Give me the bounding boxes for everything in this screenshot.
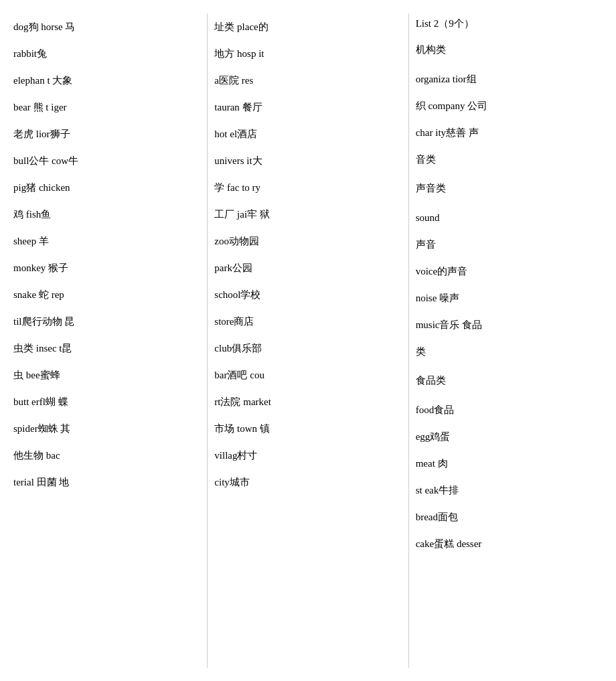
list-item: rt法院 market: [214, 388, 401, 415]
list-item: monkey 猴子: [13, 254, 200, 281]
column-1: dog狗 horse 马rabbit兔elephan t 大象bear 熊 t …: [7, 13, 208, 668]
list-item: voice的声音: [416, 258, 603, 285]
list-item: 他生物 bac: [13, 442, 200, 469]
section-header: List 2（9个）: [416, 13, 603, 34]
list-item: snake 蛇 rep: [13, 281, 200, 308]
list-item: food食品: [416, 396, 603, 423]
list-item: bull公牛 cow牛: [13, 147, 200, 174]
list-item: bread面包: [416, 504, 603, 530]
list-item: 工厂 jai牢 狱: [214, 201, 401, 228]
list-item: spider蜘蛛 其: [13, 415, 200, 442]
column-3: List 2（9个）机构类organiza tior组织 company 公司c…: [409, 13, 609, 668]
list-item: pig猪 chicken: [13, 174, 200, 201]
list-item: 虫类 insec t昆: [13, 335, 200, 362]
list-item: store商店: [214, 308, 401, 335]
list-item: 学 fac to ry: [214, 174, 401, 201]
list-item: dog狗 horse 马: [13, 13, 200, 40]
section-header: 声音类: [416, 178, 603, 199]
list-item: 虫 bee蜜蜂: [13, 362, 200, 388]
list-item: 址类 place的: [214, 13, 401, 40]
list-item: bear 熊 t iger: [13, 94, 200, 121]
list-item: 织 company 公司: [416, 92, 603, 119]
list-item: sheep 羊: [13, 228, 200, 254]
list-item: 鸡 fish鱼: [13, 201, 200, 228]
list-item: tauran 餐厅: [214, 94, 401, 121]
list-item: a医院 res: [214, 67, 401, 94]
list-item: meat 肉: [416, 450, 603, 477]
list-item: school学校: [214, 281, 401, 308]
list-item: organiza tior组: [416, 66, 603, 92]
list-item: egg鸡蛋: [416, 423, 603, 450]
list-item: park公园: [214, 254, 401, 281]
list-item: 地方 hosp it: [214, 40, 401, 67]
list-item: city城市: [214, 469, 401, 496]
list-item: rabbit兔: [13, 40, 200, 67]
list-item: cake蛋糕 desser: [416, 530, 603, 557]
section-header: 机构类: [416, 40, 603, 60]
list-item: bar酒吧 cou: [214, 362, 401, 388]
list-item: 类: [416, 338, 603, 365]
list-item: music音乐 食品: [416, 311, 603, 338]
list-item: butt erfl蝴 蝶: [13, 388, 200, 415]
list-item: elephan t 大象: [13, 67, 200, 94]
column-2: 址类 place的地方 hosp ita医院 restauran 餐厅hot e…: [208, 13, 408, 668]
list-item: hot el酒店: [214, 121, 401, 147]
list-item: zoo动物园: [214, 228, 401, 254]
list-item: 声音: [416, 231, 603, 258]
list-item: 市场 town 镇: [214, 415, 401, 442]
list-item: char ity慈善 声: [416, 119, 603, 146]
list-item: til爬行动物 昆: [13, 308, 200, 335]
list-item: noise 噪声: [416, 285, 603, 311]
list-item: 音类: [416, 146, 603, 173]
list-item: villag村寸: [214, 442, 401, 469]
list-item: st eak牛排: [416, 477, 603, 504]
list-item: 老虎 lior狮子: [13, 121, 200, 147]
list-item: club俱乐部: [214, 335, 401, 362]
list-item: sound: [416, 204, 603, 231]
list-item: univers it大: [214, 147, 401, 174]
page-container: dog狗 horse 马rabbit兔elephan t 大象bear 熊 t …: [0, 0, 616, 681]
section-header: 食品类: [416, 370, 603, 391]
list-item: terial 田菌 地: [13, 469, 200, 496]
